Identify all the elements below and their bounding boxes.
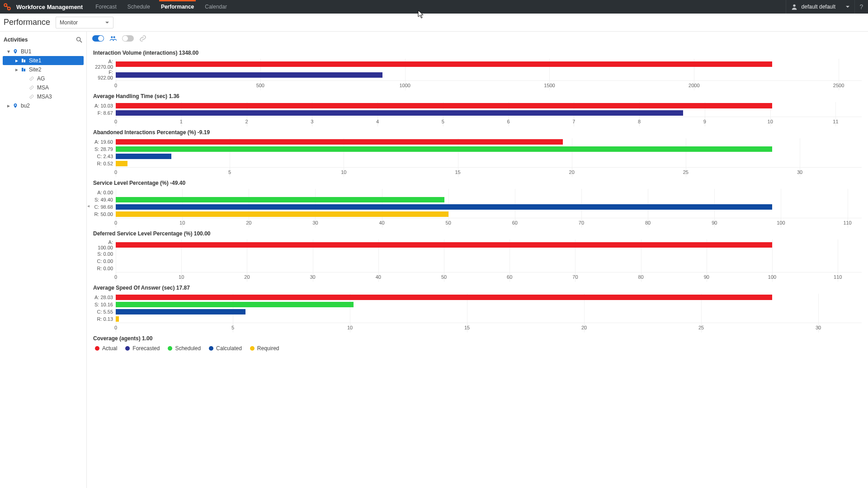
tree-node-bu2[interactable]: ▸bu2	[3, 101, 84, 110]
chart-track	[116, 138, 862, 145]
site-icon	[20, 67, 27, 72]
search-icon[interactable]	[75, 36, 83, 43]
chart-row: C: 98.68	[93, 203, 862, 211]
axis-tick: 20	[246, 220, 251, 225]
chart-bar	[116, 103, 772, 108]
axis-tick: 0	[114, 274, 117, 280]
svg-rect-5	[24, 60, 26, 62]
axis-tick: 10	[179, 220, 185, 225]
chart-row: R: 0.13	[93, 315, 862, 323]
user-icon	[791, 3, 798, 10]
chart-row: C: 0.00	[93, 258, 862, 265]
activities-tree: ▾BU1▸Site1▸Site2AGMSAMSA3▸bu2	[0, 46, 86, 111]
chart-bar	[116, 211, 448, 217]
chart-axis: 051015202530	[93, 323, 862, 333]
expander-icon[interactable]: ▸	[14, 66, 20, 73]
axis-tick: 20	[244, 274, 250, 280]
axis-tick: 2	[245, 119, 248, 124]
axis-tick: 100	[768, 274, 776, 280]
chart-track	[116, 203, 862, 211]
mode-dropdown[interactable]: Monitor	[56, 17, 113, 28]
chart-row-label: R: 0.13	[93, 316, 116, 322]
svg-point-0	[4, 4, 7, 6]
chart-title: Average Speed Of Answer (sec) 17.87	[93, 285, 862, 291]
legend-item: Scheduled	[168, 345, 201, 352]
toggle-2[interactable]	[122, 35, 134, 42]
chart-row-label: F: 922.00	[93, 70, 116, 80]
chart-row-label: C: 2.43	[93, 154, 116, 159]
chart-row: A: 0.00	[93, 189, 862, 196]
tree-node-ag[interactable]: AG	[3, 74, 84, 83]
sub-header: Performance Monitor	[0, 14, 868, 32]
nav-performance[interactable]: Performance	[156, 0, 199, 14]
chart-row: A: 100.00	[93, 239, 862, 250]
axis-tick: 80	[638, 274, 643, 280]
people-icon[interactable]	[109, 35, 117, 42]
chart-row: F: 922.00	[93, 70, 862, 80]
nav-forecast[interactable]: Forecast	[90, 0, 122, 14]
sidebar-collapser[interactable]: ◂	[87, 199, 90, 212]
chart-row-label: C: 0.00	[93, 258, 116, 264]
svg-rect-6	[22, 68, 24, 71]
chart-row: R: 0.00	[93, 265, 862, 272]
chart-track	[116, 241, 862, 249]
chart-bar	[116, 154, 171, 159]
tree-node-label: BU1	[21, 48, 31, 55]
axis-tick: 100	[777, 220, 785, 225]
site-icon	[20, 58, 27, 63]
nav-calendar[interactable]: Calendar	[199, 0, 232, 14]
axis-tick: 0	[114, 220, 117, 225]
top-nav: Workforce Management ForecastSchedulePer…	[0, 0, 868, 14]
expander-icon[interactable]: ▸	[14, 57, 20, 64]
chart-bar	[116, 309, 245, 314]
chart-row: S: 10.16	[93, 301, 862, 308]
chart-row: S: 28.79	[93, 145, 862, 153]
link-icon[interactable]	[139, 35, 146, 42]
chart-title: Service Level Percentage (%) -49.40	[93, 180, 862, 186]
svg-rect-4	[22, 59, 24, 62]
link-icon	[28, 94, 35, 99]
chart-track	[116, 189, 862, 196]
axis-tick: 0	[114, 169, 117, 175]
svg-point-1	[8, 7, 10, 10]
axis-tick: 15	[455, 169, 460, 175]
axis-tick: 25	[683, 169, 689, 175]
axis-tick: 5	[228, 169, 231, 175]
legend-item: Calculated	[209, 345, 242, 352]
toggle-1[interactable]	[92, 35, 104, 42]
sidebar-title: Activities	[4, 37, 28, 43]
tree-node-site2[interactable]: ▸Site2	[3, 65, 84, 74]
chart-toolbar	[87, 32, 868, 45]
legend-item: Required	[250, 345, 279, 352]
tree-node-msa3[interactable]: MSA3	[3, 92, 84, 101]
help-button[interactable]: ?	[854, 0, 868, 14]
chart-track	[116, 258, 862, 265]
svg-point-2	[793, 5, 795, 7]
chart-bar	[116, 110, 683, 116]
tree-node-msa[interactable]: MSA	[3, 83, 84, 92]
chart-track	[116, 211, 862, 218]
tree-node-label: Site2	[29, 66, 41, 73]
axis-tick: 30	[816, 325, 821, 330]
axis-tick: 10	[341, 169, 346, 175]
legend-item: Forecasted	[125, 345, 160, 352]
expander-icon[interactable]: ▸	[5, 103, 12, 109]
tree-node-label: bu2	[21, 103, 30, 109]
svg-point-9	[113, 36, 115, 38]
chart-title: Interaction Volume (interactions) 1348.0…	[93, 50, 862, 56]
chart-axis: 01234567891011	[93, 117, 862, 127]
nav-schedule[interactable]: Schedule	[122, 0, 156, 14]
user-menu[interactable]: default default	[786, 0, 854, 14]
expander-icon[interactable]: ▾	[5, 48, 12, 55]
tree-node-label: MSA3	[37, 94, 52, 100]
chart-track	[116, 153, 862, 160]
axis-tick: 90	[712, 220, 717, 225]
tree-node-bu1[interactable]: ▾BU1	[3, 47, 84, 56]
axis-tick: 1500	[544, 83, 555, 88]
tree-node-site1[interactable]: ▸Site1	[3, 56, 84, 65]
axis-tick: 0	[114, 119, 117, 124]
chart-row-label: A: 100.00	[93, 239, 116, 250]
brand-logo[interactable]	[0, 0, 14, 14]
tree-node-label: MSA	[37, 84, 49, 91]
axis-tick: 80	[645, 220, 651, 225]
